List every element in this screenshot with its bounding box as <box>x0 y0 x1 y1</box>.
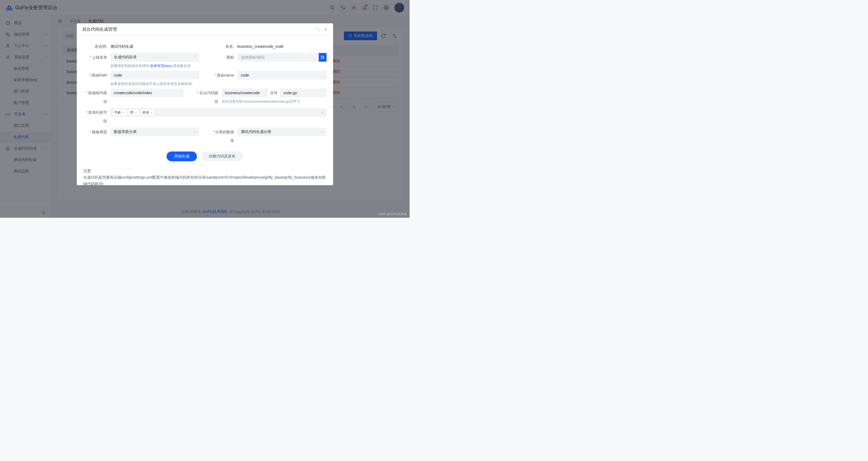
route-name-label: *路由name <box>210 71 237 87</box>
svg-rect-14 <box>323 56 324 57</box>
generate-button[interactable]: 开始生成 <box>166 151 197 161</box>
tag-close-icon[interactable] <box>134 111 137 114</box>
watermark: CSDN @GoFly开发者 <box>378 212 407 216</box>
desc-value: 测试代码生成 <box>111 42 199 51</box>
route-path-label: *路由Path <box>83 71 111 87</box>
tablename-label: 表名: <box>210 42 237 51</box>
route-path-input[interactable] <box>111 71 199 80</box>
template-type-select[interactable]: 数据关联分类 <box>111 127 199 136</box>
svg-rect-13 <box>321 56 322 57</box>
notice: 注意: 生成代码是您要再后端config/settings.yml配置中修改前端… <box>83 168 327 185</box>
route-name-input[interactable] <box>237 71 327 80</box>
modal-header: 后台代码生成管理 <box>77 23 333 35</box>
query-fields-label: *查询列表字段 <box>83 108 111 125</box>
modal-mask[interactable]: 后台代码生成管理 表说明: 测试代码生成 表名: business_create… <box>0 0 410 218</box>
grid-icon <box>320 55 325 59</box>
chevron-down-icon <box>193 130 196 134</box>
modal-body: 表说明: 测试代码生成 表名: business_createcode_code… <box>77 35 333 185</box>
parent-menu-select[interactable]: 生成代码目录 <box>111 53 199 62</box>
category-db-select[interactable]: 测试代码生成分类 <box>237 127 327 136</box>
parent-menu-label: *上级菜单 <box>83 53 111 69</box>
expand-icon[interactable] <box>316 27 320 31</box>
query-fields-input[interactable]: 年龄ID姓名 <box>111 108 327 117</box>
frontend-path-label: *前端组件路径 <box>83 88 111 106</box>
backend-path-input[interactable] <box>222 88 268 97</box>
tag-close-icon[interactable] <box>150 111 153 114</box>
file-label: 文件 <box>270 88 278 97</box>
icon-label: 图标 <box>210 53 237 69</box>
tag: 年龄 <box>113 109 127 116</box>
modal-title: 后台代码生成管理 <box>82 27 117 32</box>
close-icon[interactable] <box>324 27 328 31</box>
chevron-down-icon <box>193 56 196 59</box>
svg-rect-16 <box>323 58 324 59</box>
menu-mgmt-link[interactable]: 菜单管理(dev) <box>150 64 172 68</box>
category-db-label: *分类的数据库 <box>210 127 237 145</box>
backend-path-label: *后台代码路径 <box>194 88 222 106</box>
parent-menu-help: 若要绑定到新的目录请到 菜单管理(dev) 添加新目录 <box>111 63 199 69</box>
chevron-down-icon <box>320 130 323 134</box>
route-path-help: 如果是根目录或访问路由不加上级目录请在名称前加/ <box>111 81 199 87</box>
desc-label: 表说明: <box>83 42 111 51</box>
tag-close-icon[interactable] <box>122 111 125 114</box>
svg-rect-15 <box>321 58 322 59</box>
file-name-input[interactable] <box>280 88 327 97</box>
unload-button[interactable]: 卸载代码及菜单 <box>201 151 243 161</box>
tablename-value: business_createcode_code <box>237 42 327 51</box>
icon-input[interactable] <box>237 53 319 62</box>
tag: ID <box>128 109 139 116</box>
backend-help: 后台业务代码 business/createcode/code.go文件下 <box>222 99 327 104</box>
tag: 姓名 <box>141 109 155 116</box>
icon-picker-button[interactable] <box>319 53 327 62</box>
modal-actions: 开始生成 卸载代码及菜单 <box>83 151 327 161</box>
modal: 后台代码生成管理 表说明: 测试代码生成 表名: business_create… <box>77 23 333 185</box>
frontend-path-input[interactable] <box>111 88 184 97</box>
template-type-label: *模板类型 <box>83 127 111 145</box>
clear-tags-icon[interactable] <box>321 111 324 114</box>
